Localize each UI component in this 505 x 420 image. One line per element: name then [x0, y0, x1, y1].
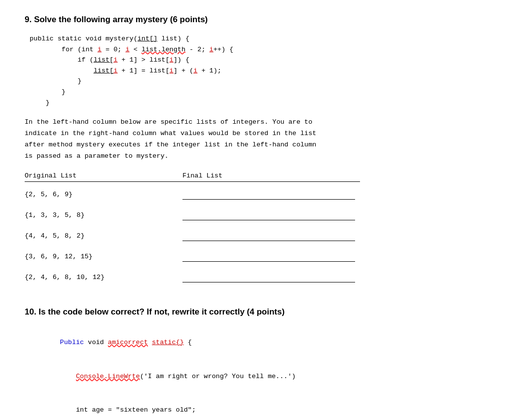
col-final-header: Final List: [182, 172, 340, 179]
code-text: }: [30, 77, 81, 85]
code-line-3: if (list[i + 1] > list[i]) {: [30, 55, 480, 66]
code-text: {: [184, 339, 192, 346]
original-value-4: {3, 6, 9, 12, 15}: [25, 253, 182, 260]
code-indent: [60, 373, 76, 380]
table-row: {4, 4, 5, 8, 2}: [25, 231, 480, 241]
q10-code-line-2: Console.LineWrte('I am right or wrong? Y…: [36, 360, 480, 394]
code-line-1: public static void mystery(int[] list) {: [30, 34, 480, 44]
table-row: {2, 4, 6, 8, 10, 12}: [25, 273, 480, 282]
col-original-header: Original List: [25, 172, 182, 179]
desc-line-4: is passed as a parameter to mystery.: [25, 151, 480, 162]
question-10-heading: 10. Is the code below correct? If not, r…: [25, 307, 480, 317]
code-line-2: for (int i = 0; i < list.length - 2; i++…: [30, 44, 480, 55]
table-row: {3, 6, 9, 12, 15}: [25, 252, 480, 262]
answer-line-1[interactable]: [182, 190, 355, 200]
desc-line-1: In the left-hand column below are specif…: [25, 117, 480, 128]
answer-line-3[interactable]: [182, 231, 355, 241]
code-text: public static void mystery(int[] list) {: [30, 35, 189, 42]
code-text: if (list[i + 1] > list[i]) {: [30, 56, 189, 64]
desc-line-3: after method mystery executes if the int…: [25, 140, 480, 151]
question-9-section: 9. Solve the following array mystery (6 …: [25, 15, 480, 282]
code-block-10: Public void amicorrect static{} { Consol…: [25, 326, 480, 420]
code-line-4: list[i + 1] = list[i] + (i + 1);: [30, 66, 480, 76]
code-line-7: }: [30, 98, 480, 108]
original-value-5: {2, 4, 6, 8, 10, 12}: [25, 274, 182, 281]
q10-code-line-3: int age = "sixteen years old";: [36, 394, 480, 420]
code-text: list[i + 1] = list[i] + (i + 1);: [30, 67, 221, 74]
code-text: }: [30, 88, 66, 96]
q10-code-line-1: Public void amicorrect static{} {: [36, 326, 480, 360]
code-line-6: }: [30, 87, 480, 98]
code-text: void: [84, 339, 108, 346]
console-text: Console.LineWrte: [76, 373, 140, 380]
table-row: {2, 5, 6, 9}: [25, 190, 480, 200]
code-text: for (int i = 0; i < list.length - 2; i++…: [30, 46, 233, 53]
code-line-5: }: [30, 76, 480, 87]
desc-line-2: indicate in the right-hand column what v…: [25, 128, 480, 140]
or-word: or: [192, 373, 200, 380]
answer-line-5[interactable]: [182, 273, 355, 282]
table-section: Original List Final List {2, 5, 6, 9} {1…: [25, 172, 480, 282]
answer-line-4[interactable]: [182, 252, 355, 262]
code-text: [148, 339, 152, 346]
table-divider: [25, 181, 360, 182]
table-row: {1, 3, 3, 5, 8}: [25, 210, 480, 220]
code-block-9: public static void mystery(int[] list) {…: [25, 34, 480, 108]
original-value-2: {1, 3, 3, 5, 8}: [25, 211, 182, 219]
original-value-1: {2, 5, 6, 9}: [25, 191, 182, 198]
original-value-3: {4, 4, 5, 8, 2}: [25, 232, 182, 240]
answer-line-2[interactable]: [182, 210, 355, 220]
amicorrect-text: amicorrect: [108, 339, 148, 346]
code-text: int age = "sixteen years old";: [60, 406, 196, 414]
question-10-section: 10. Is the code below correct? If not, r…: [25, 307, 480, 420]
right-word: right: [168, 373, 188, 380]
public-keyword: Public: [60, 339, 84, 346]
description-text: In the left-hand column below are specif…: [25, 117, 480, 162]
question-9-heading: 9. Solve the following array mystery (6 …: [25, 15, 480, 25]
table-header: Original List Final List: [25, 172, 480, 179]
code-text: }: [30, 99, 50, 106]
code-text: ('I am right or wrong? You tell me...'): [140, 373, 296, 380]
static-text: static{}: [152, 339, 184, 346]
